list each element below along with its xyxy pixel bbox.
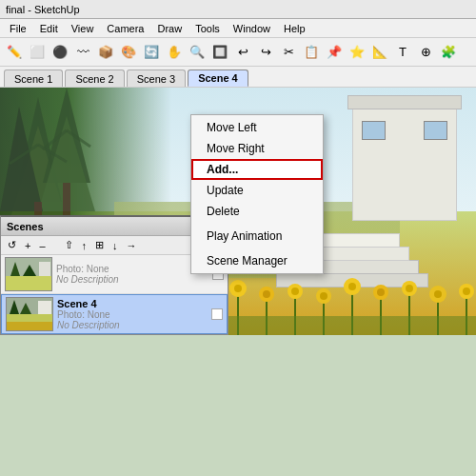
tab-scene2[interactable]: Scene 2 [65, 69, 124, 87]
svg-point-49 [434, 290, 442, 298]
scene-name-2: Scene 4 [57, 298, 208, 309]
scene-thumbnail-2 [6, 297, 53, 331]
toolbar-undo[interactable]: ↩ [232, 42, 253, 63]
scene-check-2[interactable] [211, 308, 223, 320]
toolbar-rect[interactable]: ⬜ [27, 42, 48, 63]
toolbar-push[interactable]: 📦 [95, 42, 116, 63]
scenes-refresh-btn[interactable]: ↺ [5, 238, 19, 252]
tab-scene3[interactable]: Scene 3 [127, 69, 186, 87]
toolbar-text[interactable]: T [392, 42, 413, 63]
tabs-row: Scene 1 Scene 2 Scene 3 Scene 4 Move Lef… [0, 67, 476, 88]
toolbar: ✏️ ⬜ ⚫ 〰 📦 🎨 🔄 ✋ 🔍 🔲 ↩ ↪ ✂ 📋 📌 ⭐ 📐 T ⊕ 🧩 [0, 38, 476, 67]
menu-edit[interactable]: Edit [34, 21, 64, 36]
scene-row-2[interactable]: Scene 4 Photo: None No Description [1, 294, 228, 334]
menu-window[interactable]: Window [228, 21, 276, 36]
ctx-add[interactable]: Add... [191, 159, 323, 180]
scenes-down-btn[interactable]: ↓ [109, 239, 121, 252]
scene-photo-1: Photo: None [56, 264, 208, 274]
scene-desc-1: No Description [56, 274, 208, 285]
scene-photo-2: Photo: None [57, 309, 208, 320]
toolbar-pencil[interactable]: ✏️ [4, 42, 25, 63]
ctx-play-animation[interactable]: Play Animation [191, 226, 323, 247]
toolbar-zoom[interactable]: 🔍 [187, 42, 208, 63]
window1 [362, 121, 386, 140]
building-roof [347, 95, 462, 109]
scenes-remove-btn[interactable]: – [36, 239, 48, 252]
toolbar-measure[interactable]: 📐 [369, 42, 390, 63]
scenes-title: Scenes [7, 221, 44, 232]
building-area [352, 107, 457, 221]
ctx-move-left[interactable]: Move Left [191, 117, 323, 138]
window2 [424, 121, 447, 140]
svg-point-34 [291, 288, 299, 295]
svg-rect-55 [6, 276, 51, 291]
toolbar-components[interactable]: 🧩 [438, 42, 459, 63]
scenes-export-btn[interactable]: → [124, 239, 140, 252]
svg-point-46 [406, 285, 413, 292]
scenes-grid-btn[interactable]: ⊞ [92, 238, 107, 252]
menu-view[interactable]: View [66, 21, 100, 36]
scenes-add-btn[interactable]: + [22, 239, 33, 252]
svg-point-43 [377, 288, 385, 296]
toolbar-arc[interactable]: 〰 [72, 42, 93, 63]
thumb-svg-1 [6, 257, 51, 291]
window-title: final - SketchUp [6, 4, 80, 15]
toolbar-paste[interactable]: 📌 [324, 42, 345, 63]
svg-rect-58 [39, 262, 50, 276]
scene-desc-2: No Description [57, 320, 208, 330]
ctx-update[interactable]: Update [191, 180, 323, 201]
context-menu: Move Left Move Right Add... Update Delet… [190, 114, 324, 274]
thumb-svg-2 [7, 297, 52, 331]
svg-point-52 [463, 288, 470, 295]
tab-scene4[interactable]: Scene 4 [188, 69, 248, 87]
menu-bar: File Edit View Camera Draw Tools Window … [0, 19, 476, 38]
toolbar-circle[interactable]: ⚫ [50, 42, 70, 63]
ctx-move-right[interactable]: Move Right [191, 138, 323, 159]
toolbar-copy[interactable]: 📋 [301, 42, 322, 63]
toolbar-orbit[interactable]: 🔄 [141, 42, 162, 63]
toolbar-axes[interactable]: ⊕ [415, 42, 436, 63]
svg-point-37 [320, 292, 327, 300]
menu-camera[interactable]: Camera [101, 21, 149, 36]
toolbar-star[interactable]: ⭐ [347, 42, 367, 63]
svg-rect-64 [7, 322, 52, 331]
svg-rect-63 [38, 301, 51, 314]
menu-tools[interactable]: Tools [189, 21, 226, 36]
menu-draw[interactable]: Draw [151, 21, 188, 36]
scene-info-2: Scene 4 Photo: None No Description [57, 298, 208, 330]
ctx-delete[interactable]: Delete [191, 201, 323, 222]
toolbar-paint[interactable]: 🎨 [118, 42, 139, 63]
svg-point-40 [348, 283, 356, 290]
title-bar: final - SketchUp [0, 0, 476, 19]
tab-scene1[interactable]: Scene 1 [4, 69, 63, 87]
scene-thumbnail-1 [5, 257, 52, 291]
svg-point-28 [234, 285, 242, 292]
toolbar-redo[interactable]: ↪ [255, 42, 276, 63]
menu-help[interactable]: Help [278, 21, 311, 36]
menu-file[interactable]: File [4, 21, 32, 36]
scene-info-1: Photo: None No Description [56, 264, 208, 285]
toolbar-zoomext[interactable]: 🔲 [209, 42, 230, 63]
scenes-up-btn[interactable]: ⇧ [62, 238, 76, 252]
scenes-move-up-btn[interactable]: ↑ [79, 239, 90, 252]
toolbar-pan[interactable]: ✋ [164, 42, 185, 63]
toolbar-cut[interactable]: ✂ [278, 42, 299, 63]
svg-point-31 [263, 290, 270, 298]
ctx-scene-manager[interactable]: Scene Manager [191, 250, 323, 271]
